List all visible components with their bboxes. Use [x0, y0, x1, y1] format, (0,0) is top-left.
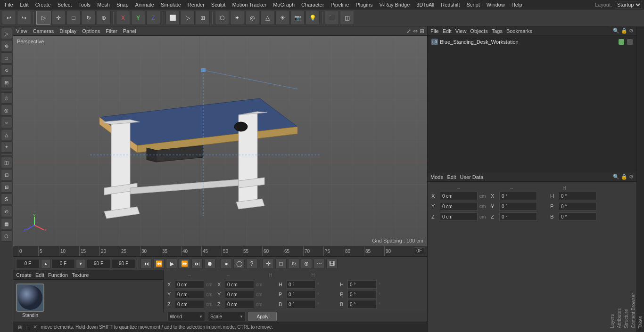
end-frame-field-1[interactable]: 90 F [87, 259, 110, 268]
attrs-b-val[interactable]: 0 ° [559, 212, 596, 221]
vp-menu-view[interactable]: View [16, 28, 27, 34]
layout-select[interactable]: Startup [615, 1, 642, 8]
tab-structure[interactable]: Structure [623, 26, 630, 332]
coord-z-pos[interactable]: 0 cm [175, 300, 204, 308]
bp-menu-create[interactable]: Create [16, 272, 32, 278]
move-tool-button[interactable]: ✛ [51, 11, 66, 25]
menu-motion-tracker[interactable]: Motion Tracker [229, 1, 269, 8]
vp-icon-grid[interactable]: ⊞ [420, 28, 424, 34]
attrs-y-pos[interactable]: 0 cm [440, 202, 478, 211]
redo-button[interactable]: ↪ [17, 11, 31, 25]
render-region-button[interactable]: ⬜ [165, 11, 180, 25]
tp-dots[interactable]: ⋯ [314, 259, 325, 269]
frame-indicator[interactable]: 0F [414, 247, 424, 254]
status-icon-3[interactable]: ✕ [33, 324, 37, 330]
world-dropdown[interactable]: World ▼ [167, 312, 205, 321]
vp-icon-arrows[interactable]: ⇔ [413, 28, 418, 34]
status-icon-1[interactable]: 🖥 [17, 324, 22, 330]
lt-btn-13[interactable]: ⊙ [1, 206, 12, 217]
lt-btn-3[interactable]: ↻ [1, 65, 12, 76]
menu-simulate[interactable]: Simulate [158, 1, 184, 8]
attrs-x-rot[interactable]: 0 ° [499, 192, 537, 200]
menu-pipeline[interactable]: Pipeline [328, 1, 352, 8]
bp-menu-function[interactable]: Function [48, 272, 68, 278]
current-frame-field[interactable]: 0 F [51, 259, 75, 268]
tp-down-btn[interactable]: ▼ [76, 259, 85, 268]
menu-window[interactable]: Window [484, 1, 508, 8]
tp-next-frame[interactable]: ⏩ [179, 259, 190, 269]
coord-b-val[interactable]: 0 ° [286, 300, 315, 308]
attrs-z-pos[interactable]: 0 cm [440, 212, 478, 221]
tp-move-tool[interactable]: ✛ [263, 259, 274, 269]
tp-up-btn[interactable]: ▲ [41, 259, 50, 268]
floor-button[interactable]: ⬛ [325, 11, 339, 25]
tab-takes[interactable]: Takes [637, 26, 644, 332]
menu-help[interactable]: Help [509, 1, 525, 8]
object-row-0[interactable]: L0 Blue_Standing_Desk_Workstation [429, 38, 635, 46]
menu-3dtoall[interactable]: 3DToAll [413, 1, 437, 8]
x-axis-button[interactable]: X [116, 11, 130, 25]
attrs-y-rot[interactable]: 0 ° [499, 202, 537, 211]
status-icon-2[interactable]: □ [26, 324, 29, 330]
tp-prev-frame[interactable]: ⏪ [153, 259, 165, 269]
rp-menu-objects[interactable]: Objects [470, 28, 487, 34]
menu-script[interactable]: Script [464, 1, 483, 8]
menu-tools[interactable]: Tools [75, 1, 93, 8]
menu-animate[interactable]: Animate [132, 1, 157, 8]
coord-z-rot[interactable]: 0 cm [225, 300, 254, 308]
lt-btn-15[interactable]: ⬡ [1, 230, 12, 242]
coord-p-val[interactable]: 0 ° [286, 290, 315, 299]
menu-mesh[interactable]: Mesh [94, 1, 113, 8]
vp-menu-panel[interactable]: Panel [123, 28, 136, 34]
tp-help[interactable]: ? [246, 259, 257, 269]
coord-b2-val[interactable]: 0 ° [347, 300, 377, 308]
lt-btn-s[interactable]: S [1, 194, 12, 205]
lt-btn-0[interactable]: ▷ [1, 28, 12, 39]
bp-menu-texture[interactable]: Texture [72, 272, 89, 278]
spline-button[interactable]: ✦ [230, 11, 244, 25]
tab-content-browser[interactable]: Content Browser [630, 26, 637, 332]
menu-file[interactable]: File [2, 1, 16, 8]
y-axis-button[interactable]: Y [131, 11, 145, 25]
menu-snap[interactable]: Snap [114, 1, 132, 8]
coord-x-pos[interactable]: 0 cm [175, 280, 204, 289]
scale-dropdown[interactable]: Scale ▼ [208, 312, 246, 321]
attrs-x-pos[interactable]: 0 cm [440, 192, 478, 200]
select-tool-button[interactable]: ▷ [36, 11, 50, 25]
coord-y-rot[interactable]: 0 cm [225, 290, 254, 299]
menu-plugins[interactable]: Plugins [353, 1, 375, 8]
render-active-button[interactable]: ▷ [181, 11, 195, 25]
light-button[interactable]: 💡 [305, 11, 320, 25]
attrs-p-val[interactable]: 0 ° [559, 202, 596, 211]
render-viewport-button[interactable]: ⊞ [196, 11, 210, 25]
tab-layers[interactable]: Layers [609, 26, 616, 332]
menu-edit[interactable]: Edit [17, 1, 32, 8]
lt-btn-4[interactable]: ⊞ [1, 77, 12, 88]
tp-key-sel[interactable]: ◯ [233, 259, 245, 269]
tp-first-frame[interactable]: ⏮ [140, 259, 152, 269]
lt-btn-9[interactable]: ⌖ [1, 141, 12, 153]
lt-btn-2[interactable]: □ [1, 52, 12, 64]
viewport[interactable]: Perspective Grid Spacing : 100 cm X Y Z [13, 36, 427, 246]
ap-menu-userdata[interactable]: User Data [460, 174, 484, 180]
timeline-ruler[interactable]: 0 5 10 15 20 25 30 35 40 45 50 55 60 65 … [13, 246, 427, 257]
material-button[interactable]: ◫ [340, 11, 354, 25]
tp-record2[interactable]: ⊕ [301, 259, 312, 269]
menu-vray[interactable]: V-Ray Bridge [377, 1, 413, 8]
menu-render[interactable]: Render [185, 1, 207, 8]
lt-btn-5[interactable]: ☆ [1, 92, 12, 104]
coord-y-pos[interactable]: 0 cm [175, 290, 204, 299]
lt-btn-10[interactable]: ◫ [1, 157, 12, 168]
ap-menu-edit[interactable]: Edit [447, 174, 456, 180]
camera-button[interactable]: 📷 [290, 11, 305, 25]
lt-btn-12[interactable]: ⊟ [1, 181, 12, 193]
tp-rotate-tool[interactable]: ↻ [288, 259, 299, 269]
attrs-h-val[interactable]: 0 ° [559, 192, 596, 200]
z-axis-button[interactable]: Z [146, 11, 160, 25]
lt-btn-14[interactable]: ▦ [1, 218, 12, 229]
rp-menu-edit[interactable]: Edit [443, 28, 452, 34]
lt-btn-6[interactable]: ◎ [1, 105, 12, 116]
vp-menu-cameras[interactable]: Cameras [33, 28, 54, 34]
scale-tool-button[interactable]: □ [66, 11, 81, 25]
tp-last-frame[interactable]: ⏭ [191, 259, 203, 269]
